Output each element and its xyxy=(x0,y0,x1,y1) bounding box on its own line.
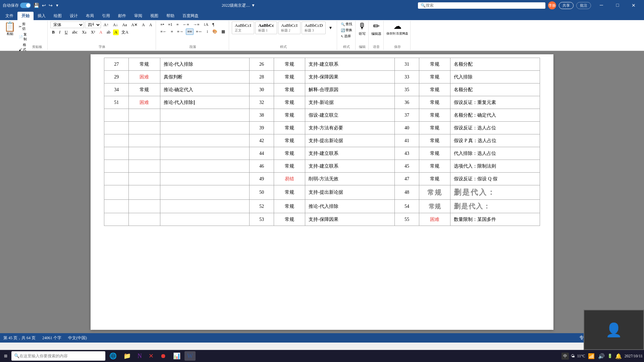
style-heading3[interactable]: AaBbCcD 标题 3 xyxy=(302,21,326,34)
tab-insert[interactable]: 插入 xyxy=(34,12,50,20)
cell-content-38: 假设-建立联立 xyxy=(305,109,394,122)
justify-btn[interactable]: ≡≡ xyxy=(186,28,194,35)
title-dropdown-btn[interactable]: ▼ xyxy=(251,3,255,8)
tab-references[interactable]: 引用 xyxy=(98,12,114,20)
cell-type-40: 常规 xyxy=(419,122,450,134)
show-marks-btn[interactable]: ¶ xyxy=(211,21,216,28)
numbering-btn[interactable]: ≡1 xyxy=(166,21,174,28)
highlight-btn[interactable]: ab xyxy=(105,29,112,36)
taskbar-red-btn[interactable]: ✕ xyxy=(146,351,156,361)
volume-icon[interactable]: 🔊 xyxy=(597,352,605,360)
underline-btn[interactable]: U xyxy=(63,29,69,36)
cell-content-36: 假设反证：重复元素 xyxy=(450,96,540,109)
status-bar: 第 45 页，共 64 页 24061 个字 中文(中国) 专注 📖 📄 🌐 −… xyxy=(0,333,644,343)
taskbar-search[interactable]: 🔍 xyxy=(11,351,105,361)
minimize-btn[interactable]: ─ xyxy=(594,0,609,11)
tab-help[interactable]: 帮助 xyxy=(162,12,178,20)
superscript-btn[interactable]: X² xyxy=(89,29,97,36)
replace-btn[interactable]: 🔄 替换 xyxy=(340,27,353,33)
taskbar-record-btn[interactable]: ⏺ xyxy=(158,351,169,361)
redo-btn[interactable]: ↪ xyxy=(49,3,53,8)
taskbar-app-btn[interactable]: 📊 xyxy=(170,351,183,361)
multilevel-btn[interactable]: ≡ xyxy=(175,21,180,28)
bullets-btn[interactable]: ≡• xyxy=(159,21,166,28)
paste-btn[interactable]: 📋 粘贴 xyxy=(3,21,16,37)
close-btn[interactable]: ✕ xyxy=(626,0,641,11)
network-icon[interactable]: 📶 xyxy=(587,352,595,360)
tab-draw[interactable]: 绘图 xyxy=(50,12,66,20)
tab-home[interactable]: 开始 xyxy=(17,12,34,20)
clear-format-btn[interactable]: A✕ xyxy=(129,22,139,28)
align-right-btn[interactable]: ≡→ xyxy=(175,28,185,35)
save-cloud-icon: ☁ xyxy=(393,21,401,31)
font-color-btn[interactable]: A xyxy=(98,29,104,36)
subscript-btn[interactable]: X₂ xyxy=(80,29,88,36)
taskbar-onenote-btn[interactable]: N xyxy=(135,351,145,361)
taskbar-explorer-btn[interactable]: 📁 xyxy=(121,351,133,361)
tab-file[interactable]: 文件 xyxy=(1,12,17,20)
notification-icon[interactable]: 🔔 xyxy=(614,352,623,360)
style-gallery: AaBbCcI 正文 AaBbCc 标题 1 AaBbCcI 标题 2 AaBb… xyxy=(232,21,334,34)
paste-label: 粘贴 xyxy=(7,32,13,36)
title-bar: 自动保存 💾 ↩ ↪ ▼ 2022级南京逻.... ▼ 🔍 李焕 共享 批注 ─… xyxy=(0,0,644,11)
cell-num-47: 47 xyxy=(394,173,419,185)
cut-btn[interactable]: ✂ 剪切 xyxy=(18,21,28,32)
title-search-bar[interactable]: 🔍 xyxy=(418,2,545,9)
autosave-toggle[interactable] xyxy=(20,3,31,8)
align-center-btn[interactable]: ≡ xyxy=(169,28,175,35)
border-btn[interactable]: ▦ xyxy=(220,28,227,35)
cell-num-53: 53 xyxy=(249,213,274,226)
change-case-btn[interactable]: Aa xyxy=(120,22,128,28)
char-border-btn[interactable]: A xyxy=(148,22,154,28)
style-normal[interactable]: AaBbCcI 正文 xyxy=(232,21,254,34)
undo-btn[interactable]: ↩ xyxy=(42,3,46,8)
cell-empty-24 xyxy=(160,200,249,213)
customize-btn[interactable]: ▼ xyxy=(55,3,59,7)
share-button[interactable]: 共享 xyxy=(559,2,574,9)
cell-num-39: 39 xyxy=(249,122,274,134)
strikethrough-btn[interactable]: abc xyxy=(70,29,79,36)
taskbar-search-input[interactable] xyxy=(19,354,103,358)
save-icon[interactable]: 💾 xyxy=(34,3,39,8)
align-left-btn[interactable]: ≡← xyxy=(159,28,168,35)
ribbon-tabs: 文件 开始 插入 绘图 设计 布局 引用 邮件 审阅 视图 帮助 百度网盘 xyxy=(0,11,644,20)
style-heading2[interactable]: AaBbCcI 标题 2 xyxy=(278,21,301,34)
taskbar-edge-btn[interactable]: 🌐 xyxy=(107,351,119,361)
title-search-input[interactable] xyxy=(426,3,543,8)
keyboard-icon[interactable]: 中 xyxy=(561,353,569,360)
windows-icon: ⊞ xyxy=(4,354,7,359)
comment-button[interactable]: 批注 xyxy=(576,2,591,9)
font-size-increase-btn[interactable]: A↑ xyxy=(102,22,110,28)
shading-para-btn[interactable]: 🎨 xyxy=(211,28,219,35)
bold-btn[interactable]: B xyxy=(50,29,56,36)
font-name-select[interactable]: 宋体 xyxy=(50,21,84,28)
line-spacing-btn[interactable]: ↕ xyxy=(205,28,210,35)
font-size-select[interactable]: 四号 xyxy=(85,21,101,28)
start-btn[interactable]: ⊞ xyxy=(1,351,10,361)
restore-btn[interactable]: □ xyxy=(610,0,625,11)
style-heading1[interactable]: AaBbCc 标题 1 xyxy=(255,21,277,34)
font-size-decrease-btn[interactable]: A↓ xyxy=(111,22,120,28)
distributed-btn[interactable]: ≡↔ xyxy=(194,28,204,35)
find-btn[interactable]: 🔍 查找 xyxy=(340,21,353,27)
tab-layout[interactable]: 布局 xyxy=(82,12,98,20)
tab-view[interactable]: 视图 xyxy=(146,12,162,20)
tab-mailings[interactable]: 邮件 xyxy=(114,12,130,20)
shading-btn[interactable]: A xyxy=(113,29,119,35)
text-effect-btn[interactable]: A xyxy=(140,22,147,28)
tab-baidu[interactable]: 百度网盘 xyxy=(178,12,203,20)
autosave-area: 自动保存 xyxy=(3,3,31,8)
cell-content-50: 支持-提出新论据 xyxy=(305,185,394,200)
italic-btn[interactable]: I xyxy=(57,29,62,36)
select-btn[interactable]: ↖ 选择 xyxy=(340,34,353,39)
taskbar-word-btn[interactable]: W xyxy=(184,351,196,361)
tab-review[interactable]: 审阅 xyxy=(130,12,146,20)
sort-btn[interactable]: ↕A xyxy=(202,21,210,28)
datetime: 2027/10/11 xyxy=(625,354,643,359)
increase-indent-btn[interactable]: →≡ xyxy=(192,21,201,28)
styles-expand-btn[interactable]: ▼ xyxy=(327,25,334,31)
tab-design[interactable]: 设计 xyxy=(66,12,82,20)
decrease-indent-btn[interactable]: ←≡ xyxy=(181,21,191,28)
copy-btn[interactable]: 📄 复制 xyxy=(18,32,28,42)
phonetic-btn[interactable]: 文A xyxy=(120,29,130,36)
